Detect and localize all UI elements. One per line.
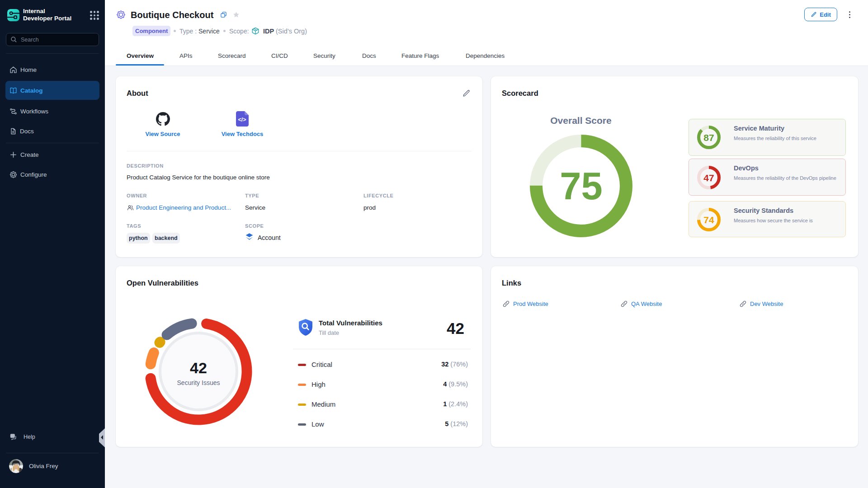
svg-text:</>: </>	[238, 117, 246, 123]
svg-text:47: 47	[703, 173, 714, 183]
svg-text:75: 75	[560, 164, 603, 207]
svg-text:74: 74	[703, 215, 714, 225]
svg-text:42: 42	[190, 359, 207, 376]
svg-text:Security Issues: Security Issues	[177, 379, 220, 386]
svg-text:87: 87	[703, 132, 714, 143]
svg-text:?: ?	[12, 435, 14, 437]
